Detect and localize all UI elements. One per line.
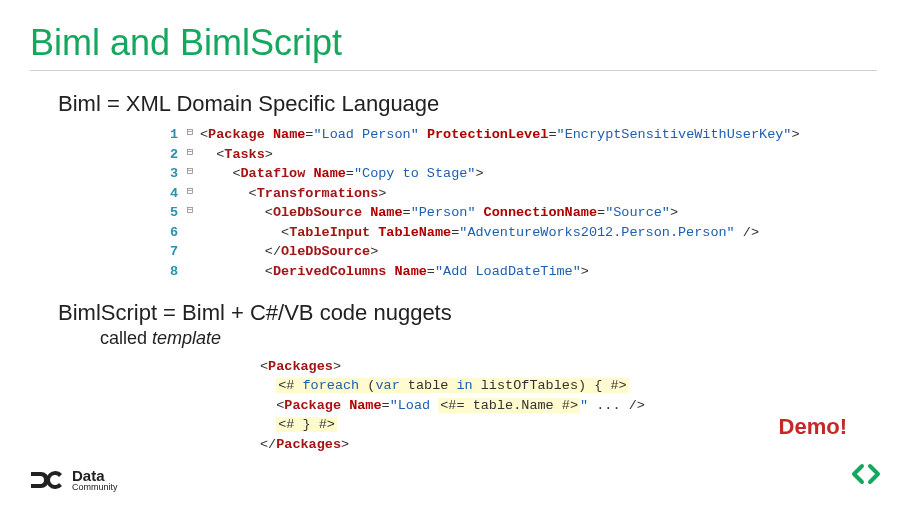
code-line: 7 </OleDbSource> [160,242,877,262]
dc-logo-mark [30,469,64,491]
section2-heading: BimlScript = Biml + C#/VB code nuggets [58,300,877,326]
code-line: 5⊟ <OleDbSource Name="Person" Connection… [160,203,877,223]
title-divider [30,70,877,71]
section1-heading: Biml = XML Domain Specific Language [58,91,877,117]
code-line: <Packages> [260,357,877,377]
dc-logo-text: Data Community [72,468,118,492]
angle-brackets-icon [851,462,881,490]
section2-note-italic: template [152,328,221,348]
slide-title: Biml and BimlScript [30,22,877,64]
code-line: 6 <TableInput TableName="AdventureWorks2… [160,223,877,243]
code-line: 3⊟ <Dataflow Name="Copy to Stage"> [160,164,877,184]
section2-note: called template [100,328,877,349]
code-line: 1⊟<Package Name="Load Person" Protection… [160,125,877,145]
demo-callout: Demo! [779,414,847,440]
code-line: <# foreach (var table in listOfTables) {… [260,376,877,396]
footer-logo: Data Community [30,468,118,492]
code-line: 2⊟ <Tasks> [160,145,877,165]
section2-note-prefix: called [100,328,152,348]
footer-brand-bottom: Community [72,483,118,492]
code-line: 4⊟ <Transformations> [160,184,877,204]
footer-brand-top: Data [72,468,118,483]
code-line: 8 <DerivedColumns Name="Add LoadDateTime… [160,262,877,282]
code-line: <Package Name="Load <#= table.Name #>" .… [260,396,877,416]
code-sample-biml: 1⊟<Package Name="Load Person" Protection… [160,125,877,282]
